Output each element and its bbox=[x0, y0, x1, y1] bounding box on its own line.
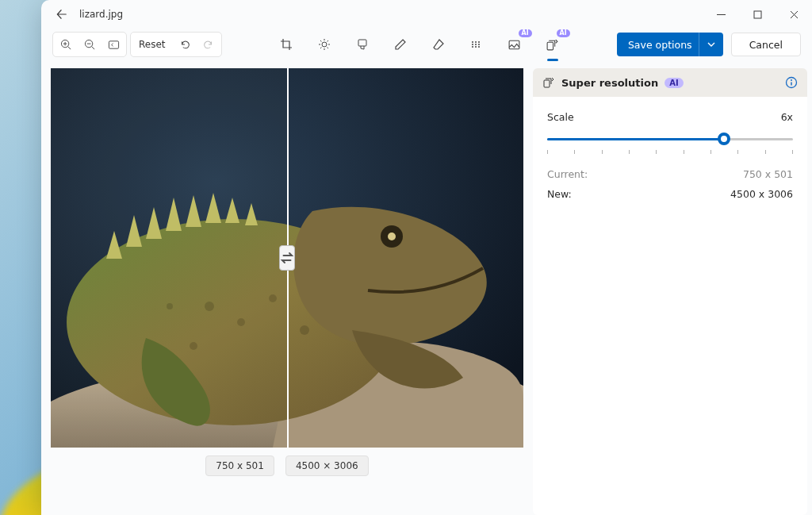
slider-thumb[interactable] bbox=[718, 133, 730, 145]
ai-badge: AI bbox=[519, 29, 532, 37]
toolbar-actions: Save options Cancel bbox=[617, 33, 801, 56]
super-resolution-panel: Super resolution AI Scale 6x bbox=[533, 68, 812, 515]
svg-rect-5 bbox=[358, 40, 366, 46]
scale-label: Scale bbox=[547, 111, 574, 123]
slider-fill bbox=[547, 138, 724, 140]
maximize-icon bbox=[753, 10, 762, 19]
crop-icon bbox=[280, 38, 293, 51]
svg-rect-7 bbox=[547, 42, 553, 50]
scale-slider[interactable] bbox=[547, 131, 793, 154]
reset-button[interactable]: Reset bbox=[132, 34, 172, 55]
blur-icon bbox=[470, 38, 483, 51]
brightness-icon bbox=[318, 38, 331, 51]
info-icon bbox=[785, 76, 798, 89]
info-button[interactable] bbox=[785, 76, 798, 89]
comparison-handle[interactable] bbox=[279, 245, 295, 271]
fit-icon bbox=[108, 39, 120, 51]
erase-tool[interactable] bbox=[427, 33, 450, 56]
image-remove-icon bbox=[508, 38, 521, 52]
zoom-in-icon bbox=[60, 39, 72, 51]
resolution-row: Current:750 x 501 bbox=[547, 168, 793, 180]
blur-tool[interactable] bbox=[465, 33, 488, 56]
svg-rect-19 bbox=[544, 80, 550, 87]
scale-row: Scale 6x bbox=[547, 111, 793, 123]
filter-icon bbox=[356, 38, 369, 51]
upscale-icon bbox=[542, 76, 555, 89]
cancel-button[interactable]: Cancel bbox=[731, 33, 801, 56]
zoom-in-button[interactable] bbox=[55, 34, 77, 55]
minimize-icon bbox=[717, 10, 726, 19]
svg-rect-18 bbox=[51, 68, 287, 448]
resolution-value: 750 x 501 bbox=[743, 168, 793, 180]
close-icon bbox=[790, 10, 799, 19]
size-badges: 750 x 501 4500 × 3006 bbox=[205, 455, 368, 476]
pen-icon bbox=[394, 38, 407, 51]
zoom-out-button[interactable] bbox=[79, 34, 101, 55]
adjust-tool[interactable] bbox=[313, 33, 335, 56]
svg-point-11 bbox=[388, 233, 396, 240]
resolution-label: New: bbox=[547, 188, 572, 200]
crop-tool[interactable] bbox=[275, 33, 297, 56]
undo-icon bbox=[179, 39, 190, 50]
close-button[interactable] bbox=[776, 0, 812, 29]
super-resolution-tool[interactable]: AI bbox=[542, 33, 564, 56]
slider-ticks bbox=[547, 150, 793, 154]
history-group: Reset bbox=[130, 32, 222, 57]
save-options-button[interactable]: Save options bbox=[617, 33, 723, 56]
file-name: lizard.jpg bbox=[79, 9, 123, 20]
ai-badge: AI bbox=[665, 78, 683, 88]
background-remove-tool[interactable]: AI bbox=[504, 33, 526, 56]
panel-title: Super resolution bbox=[561, 77, 658, 89]
svg-point-4 bbox=[322, 42, 327, 47]
arrow-left-icon bbox=[56, 9, 67, 20]
panel-header: Super resolution AI bbox=[533, 68, 807, 97]
scale-value: 6x bbox=[781, 111, 793, 123]
markup-tool[interactable] bbox=[389, 33, 412, 56]
resolution-label: Current: bbox=[547, 168, 588, 180]
resolution-row: New:4500 x 3006 bbox=[547, 188, 793, 200]
minimize-button[interactable] bbox=[703, 0, 739, 29]
eraser-icon bbox=[432, 38, 445, 51]
upscaled-size-badge: 4500 × 3006 bbox=[285, 455, 369, 476]
back-button[interactable] bbox=[49, 2, 75, 26]
window-controls bbox=[703, 0, 812, 29]
save-label: Save options bbox=[628, 39, 692, 51]
zoom-group bbox=[52, 32, 127, 57]
canvas-column: 750 x 501 4500 × 3006 bbox=[51, 68, 523, 515]
upscale-icon bbox=[546, 38, 559, 52]
tool-tabs: AI AI bbox=[275, 33, 564, 56]
resolution-value: 4500 x 3006 bbox=[730, 188, 793, 200]
ai-badge: AI bbox=[557, 29, 570, 37]
app-window: lizard.jpg Reset bbox=[41, 0, 812, 515]
filter-tool[interactable] bbox=[351, 33, 373, 56]
title-bar: lizard.jpg bbox=[41, 0, 812, 29]
zoom-out-icon bbox=[84, 39, 96, 51]
maximize-button[interactable] bbox=[739, 0, 776, 29]
toolbar: Reset bbox=[41, 29, 812, 60]
redo-icon bbox=[203, 39, 214, 50]
svg-point-21 bbox=[791, 79, 792, 81]
svg-rect-3 bbox=[109, 40, 118, 48]
original-size-badge: 750 x 501 bbox=[205, 455, 274, 476]
panel-body: Scale 6x Current:750 x 501New:4500 x 300… bbox=[533, 97, 807, 515]
content-area: 750 x 501 4500 × 3006 Super resolution A… bbox=[41, 60, 812, 515]
swap-icon bbox=[280, 246, 294, 270]
chevron-down-icon bbox=[699, 33, 723, 56]
svg-point-16 bbox=[300, 325, 309, 335]
image-canvas[interactable] bbox=[51, 68, 523, 448]
svg-rect-0 bbox=[754, 11, 761, 18]
redo-button[interactable] bbox=[197, 34, 220, 55]
fit-button[interactable] bbox=[102, 34, 124, 55]
undo-button[interactable] bbox=[174, 34, 196, 55]
